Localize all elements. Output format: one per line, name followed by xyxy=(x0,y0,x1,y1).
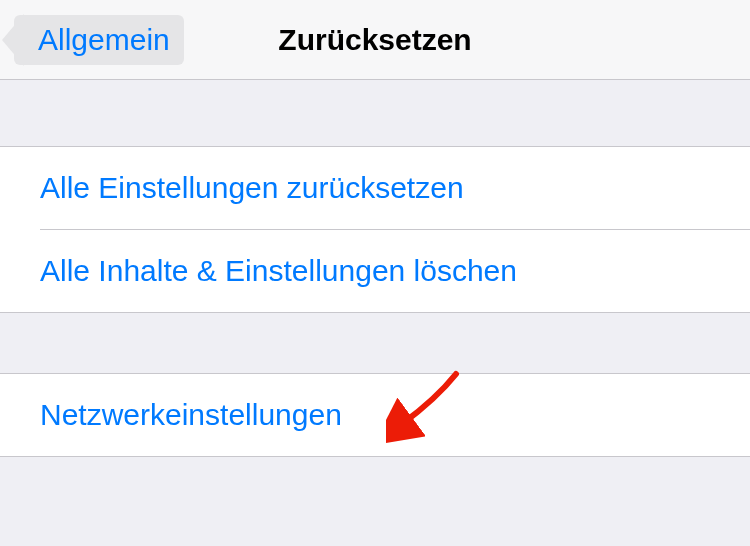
back-button[interactable]: Allgemein xyxy=(14,15,184,65)
settings-group-1: Alle Einstellungen zurücksetzen Alle Inh… xyxy=(0,146,750,313)
settings-group-2: Netzwerkeinstellungen xyxy=(0,373,750,457)
erase-all-content[interactable]: Alle Inhalte & Einstellungen löschen xyxy=(0,230,750,312)
back-label: Allgemein xyxy=(38,23,170,57)
list-item-label: Netzwerkeinstellungen xyxy=(40,398,342,431)
group-spacer xyxy=(0,313,750,373)
list-item-label: Alle Inhalte & Einstellungen löschen xyxy=(40,254,517,287)
page-title: Zurücksetzen xyxy=(278,23,471,57)
group-spacer xyxy=(0,80,750,146)
reset-all-settings[interactable]: Alle Einstellungen zurücksetzen xyxy=(0,147,750,229)
list-item-label: Alle Einstellungen zurücksetzen xyxy=(40,171,464,204)
reset-network-settings[interactable]: Netzwerkeinstellungen xyxy=(0,374,750,456)
navbar: Allgemein Zurücksetzen xyxy=(0,0,750,80)
chevron-left-icon xyxy=(2,14,24,66)
